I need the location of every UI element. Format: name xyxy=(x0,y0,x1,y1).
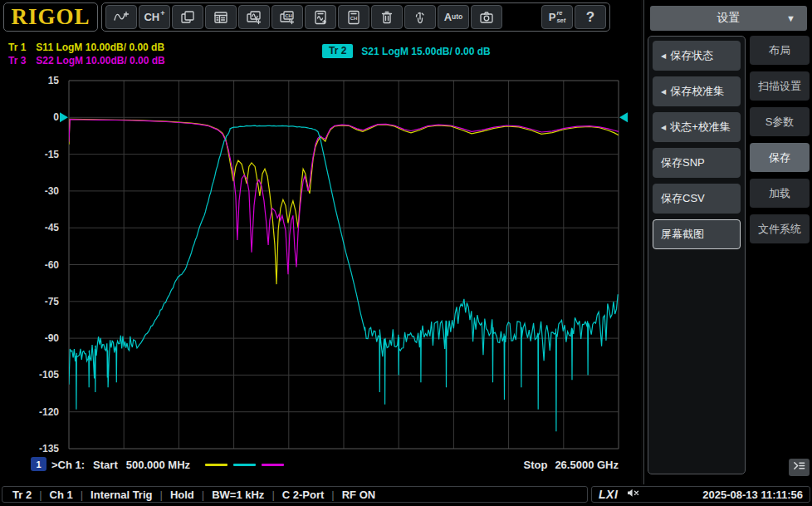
separator: | xyxy=(159,489,162,501)
submenu-item[interactable]: ◀保存校准集 xyxy=(653,76,741,106)
trace-window-add-button[interactable] xyxy=(238,5,270,29)
preset-button[interactable]: Preset xyxy=(541,5,573,29)
submenu-item-label: 保存状态 xyxy=(670,48,713,63)
expand-left-icon: ◀ xyxy=(661,88,666,96)
channel-window-add-button[interactable]: CH xyxy=(271,5,303,29)
screenshot-icon xyxy=(478,9,495,26)
tab-S参数[interactable]: S参数 xyxy=(750,107,810,136)
window-table-icon xyxy=(213,9,229,26)
status-field: Tr 2 xyxy=(12,489,32,501)
submenu-item[interactable]: 屏幕截图 xyxy=(653,219,741,249)
delete-button[interactable] xyxy=(371,5,403,29)
separator: | xyxy=(271,489,274,501)
save-submenu: ◀保存状态◀保存校准集◀状态+校准集保存SNP保存CSV屏幕截图 xyxy=(648,36,746,474)
submenu-item-label: 状态+校准集 xyxy=(670,120,731,135)
status-field: BW=1 kHz xyxy=(212,489,264,501)
submenu-item[interactable]: 保存SNP xyxy=(653,148,741,178)
tr2-label[interactable]: Tr 2 S21 LogM 15.00dB/ 0.00 dB xyxy=(322,44,491,58)
trace-add-icon xyxy=(113,9,130,26)
channel-label: >Ch 1: xyxy=(51,459,85,471)
separator: | xyxy=(202,489,204,501)
channel-add-button[interactable]: CH+ xyxy=(139,5,170,29)
trace-legend-dash xyxy=(262,464,284,466)
window-layout-icon xyxy=(179,9,196,26)
y-axis-label: 15 xyxy=(48,75,60,86)
screenshot-button[interactable] xyxy=(471,5,502,29)
ref-level-marker-right xyxy=(619,112,628,122)
status-field: RF ON xyxy=(342,489,375,501)
tab-文件系统[interactable]: 文件系统 xyxy=(750,214,810,243)
tr3-id[interactable]: Tr 3 xyxy=(8,55,26,66)
stop-label: Stop xyxy=(524,459,548,471)
settings-menu-button[interactable]: 设置 ▼ xyxy=(650,6,807,31)
preset-label: P xyxy=(549,12,556,22)
status-right: LXI 2025-08-13 11:11:56 xyxy=(591,486,810,503)
y-axis-label: -45 xyxy=(45,222,60,233)
collapse-menu-icon xyxy=(791,459,807,476)
y-axis-label: -120 xyxy=(39,406,59,418)
y-axis-label: -15 xyxy=(45,149,60,160)
y-axis-label: -60 xyxy=(45,259,60,271)
tab-加载[interactable]: 加载 xyxy=(750,179,810,208)
trace-copy-button[interactable] xyxy=(305,5,336,29)
channel-copy-icon: CH xyxy=(345,9,362,26)
tr2-params: S21 LogM 15.00dB/ 0.00 dB xyxy=(361,46,490,57)
trace-copy-icon xyxy=(312,9,329,26)
submenu-item[interactable]: 保存CSV xyxy=(653,184,741,214)
tab-label: 文件系统 xyxy=(758,222,801,237)
tr3-label[interactable]: Tr 3 S22 LogM 10.00dB/ 0.00 dB xyxy=(8,55,165,66)
y-axis-label: -135 xyxy=(39,443,59,454)
y-axis-label: -75 xyxy=(45,296,60,307)
rigol-logo-text: RIGOL xyxy=(11,3,90,31)
tr1-label[interactable]: Tr 1 S11 LogM 10.00dB/ 0.00 dB xyxy=(8,42,164,53)
help-button[interactable]: ? xyxy=(575,5,606,29)
tab-扫描设置[interactable]: 扫描设置 xyxy=(750,71,810,101)
channel-copy-button[interactable]: CH xyxy=(338,5,369,29)
y-axis-label: 0 xyxy=(53,111,59,123)
channel-1-badge[interactable]: 1 xyxy=(31,457,46,471)
submenu-item-label: 屏幕截图 xyxy=(661,227,704,242)
tr3-params: S22 LogM 10.00dB/ 0.00 dB xyxy=(36,55,164,66)
submenu-item[interactable]: ◀保存状态 xyxy=(653,41,741,71)
sweep-stop-info: Stop 26.5000 GHz xyxy=(524,459,619,471)
window-layout-button[interactable] xyxy=(172,5,203,29)
speaker-muted-icon xyxy=(626,487,640,502)
toolbar-buttons: CH+CHCHAutoPreset? xyxy=(101,2,610,32)
trace-add-button[interactable] xyxy=(105,5,137,29)
separator: | xyxy=(81,489,83,501)
collapse-menu-button[interactable] xyxy=(789,459,810,476)
submenu-item[interactable]: ◀状态+校准集 xyxy=(653,112,741,142)
y-axis-label: -90 xyxy=(45,332,60,344)
tab-label: 扫描设置 xyxy=(758,79,801,94)
tab-保存[interactable]: 保存 xyxy=(750,143,810,172)
submenu-item-label: 保存校准集 xyxy=(670,84,724,99)
svg-text:CH: CH xyxy=(350,15,358,20)
svg-text:CH: CH xyxy=(285,13,292,18)
touch-button[interactable] xyxy=(404,5,436,29)
chart-region: 150-15-30-45-60-75-90-105-120-135 Tr 1 S… xyxy=(0,35,641,484)
status-field: C 2-Port xyxy=(282,489,325,501)
expand-left-icon: ◀ xyxy=(661,124,666,131)
y-axis-label: -105 xyxy=(39,369,59,381)
channel-window-add-icon: CH xyxy=(279,9,296,26)
rigol-logo: RIGOL xyxy=(3,2,98,32)
tab-label: S参数 xyxy=(766,115,795,130)
tab-label: 保存 xyxy=(769,150,790,165)
tab-布局[interactable]: 布局 xyxy=(750,36,810,65)
ref-level-marker-left xyxy=(60,112,68,122)
tr2-active-badge[interactable]: Tr 2 xyxy=(322,44,353,58)
help-label: ? xyxy=(586,10,594,24)
sidebar-tabs: 布局扫描设置S参数保存加载文件系统 xyxy=(750,36,810,250)
auto-button[interactable]: Auto xyxy=(438,5,469,29)
start-value: 500.000 MHz xyxy=(126,459,190,471)
channel-add-label: CH xyxy=(144,12,159,22)
submenu-item-label: 保存SNP xyxy=(661,155,705,170)
status-field: Hold xyxy=(170,489,194,501)
status-field: Internal Trig xyxy=(90,489,152,501)
tr1-id[interactable]: Tr 1 xyxy=(8,42,26,53)
delete-icon xyxy=(379,9,395,26)
auto-label: A xyxy=(444,12,452,22)
toolbar: RIGOL CH+CHCHAutoPreset? xyxy=(0,0,641,35)
trace-legend-dash xyxy=(205,464,227,466)
window-table-button[interactable] xyxy=(205,5,237,29)
